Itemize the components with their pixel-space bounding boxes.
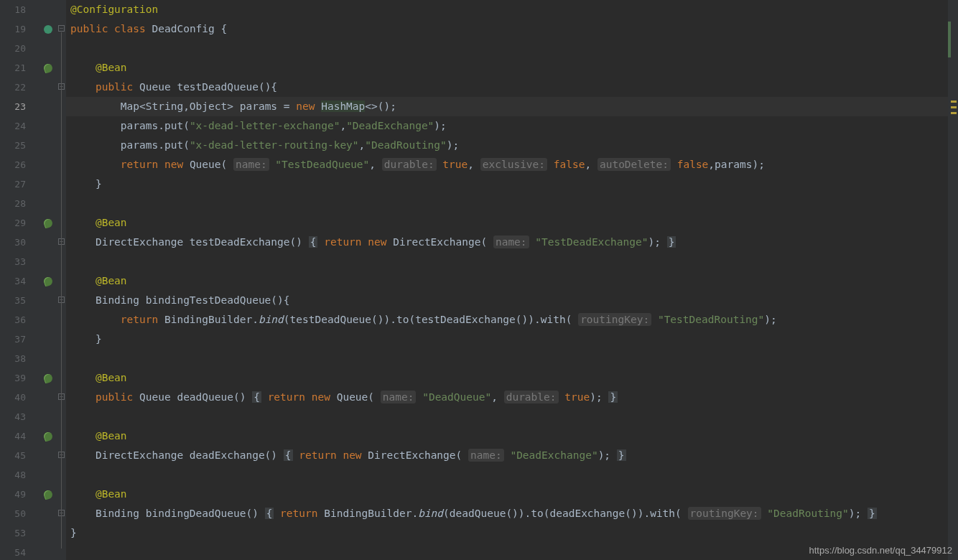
code-line[interactable]: Binding bindingDeadQueue() { return Bind…: [66, 504, 948, 523]
line-number[interactable]: 25: [0, 136, 40, 155]
code-line[interactable]: return BindingBuilder.bind(testDeadQueue…: [66, 310, 948, 330]
line-number[interactable]: 48: [0, 465, 40, 485]
line-number[interactable]: 53: [0, 523, 40, 543]
gutter-icon-empty[interactable]: [40, 0, 56, 19]
line-number[interactable]: 27: [0, 174, 40, 194]
bean-icon[interactable]: [42, 218, 53, 228]
gutter-icon-empty[interactable]: [40, 388, 56, 407]
line-number[interactable]: 49: [0, 485, 40, 504]
line-number[interactable]: 45: [0, 446, 40, 465]
gutter-icon-empty[interactable]: [40, 78, 56, 97]
gutter-bean-icon[interactable]: [40, 368, 56, 388]
line-number[interactable]: 36: [0, 310, 40, 330]
gutter-bean-icon[interactable]: [40, 213, 56, 233]
code-line[interactable]: params.put("x-dead-letter-exchange","Dea…: [66, 116, 948, 136]
code-line[interactable]: Map<String,Object> params = new HashMap<…: [66, 97, 948, 116]
line-number[interactable]: 35: [0, 291, 40, 310]
gutter-icon-empty[interactable]: [40, 252, 56, 271]
line-number[interactable]: 24: [0, 116, 40, 136]
bean-icon[interactable]: [42, 276, 53, 286]
gutter-bean-icon[interactable]: [40, 271, 56, 291]
line-number[interactable]: 26: [0, 155, 40, 174]
code-line[interactable]: [66, 194, 948, 213]
gutter-icon-empty[interactable]: [40, 465, 56, 485]
gutter-bean-icon[interactable]: [40, 426, 56, 446]
gutter-class-icon[interactable]: [40, 19, 56, 39]
line-number[interactable]: 18: [0, 0, 40, 19]
line-number[interactable]: 38: [0, 349, 40, 368]
line-number[interactable]: 34: [0, 271, 40, 291]
line-number[interactable]: 50: [0, 504, 40, 523]
code-line[interactable]: DirectExchange deadExchange() { return n…: [66, 446, 948, 465]
code-line[interactable]: Binding bindingTestDeadQueue(){: [66, 291, 948, 310]
code-line[interactable]: [66, 349, 948, 368]
line-number[interactable]: 54: [0, 543, 40, 560]
code-line[interactable]: params.put("x-dead-letter-routing-key","…: [66, 136, 948, 155]
gutter-icon-empty[interactable]: [40, 504, 56, 523]
gutter-bean-icon[interactable]: [40, 58, 56, 78]
code-line[interactable]: }: [66, 330, 948, 349]
warning-marker[interactable]: [951, 101, 957, 103]
code-line[interactable]: @Bean: [66, 485, 948, 504]
gutter-icon-empty[interactable]: [40, 330, 56, 349]
code-line[interactable]: }: [66, 523, 948, 543]
code-line[interactable]: @Bean: [66, 58, 948, 78]
gutter-icon-empty[interactable]: [40, 446, 56, 465]
gutter-bean-icon[interactable]: [40, 485, 56, 504]
gutter-icon-empty[interactable]: [40, 310, 56, 330]
code-line[interactable]: public Queue deadQueue() { return new Qu…: [66, 388, 948, 407]
line-number[interactable]: 29: [0, 213, 40, 233]
icon-gutter[interactable]: [40, 0, 56, 560]
line-number[interactable]: 21: [0, 58, 40, 78]
code-line[interactable]: [66, 407, 948, 426]
bean-icon[interactable]: [42, 489, 53, 500]
line-number[interactable]: 19: [0, 19, 40, 39]
gutter-icon-empty[interactable]: [40, 349, 56, 368]
line-number[interactable]: 22: [0, 78, 40, 97]
gutter-icon-empty[interactable]: [40, 194, 56, 213]
warning-marker[interactable]: [951, 112, 957, 114]
line-number[interactable]: 20: [0, 39, 40, 58]
code-line[interactable]: @Bean: [66, 368, 948, 388]
line-number[interactable]: 33: [0, 252, 40, 271]
code-line[interactable]: return new Queue( name: "TestDeadQueue",…: [66, 155, 948, 174]
code-line[interactable]: public Queue testDeadQueue(){: [66, 78, 948, 97]
code-line[interactable]: [66, 252, 948, 271]
line-number[interactable]: 37: [0, 330, 40, 349]
code-line[interactable]: @Bean: [66, 213, 948, 233]
code-area[interactable]: @Configurationpublic class DeadConfig { …: [66, 0, 948, 560]
warning-marker[interactable]: [951, 106, 957, 108]
line-number[interactable]: 43: [0, 407, 40, 426]
code-line[interactable]: }: [66, 174, 948, 194]
gutter-icon-empty[interactable]: [40, 543, 56, 560]
gutter-icon-empty[interactable]: [40, 523, 56, 543]
code-line[interactable]: @Bean: [66, 426, 948, 446]
line-number[interactable]: 40: [0, 388, 40, 407]
bean-icon[interactable]: [42, 62, 53, 73]
gutter-icon-empty[interactable]: [40, 39, 56, 58]
code-line[interactable]: @Bean: [66, 271, 948, 291]
gutter-icon-empty[interactable]: [40, 407, 56, 426]
fold-collapse-icon[interactable]: [58, 25, 65, 32]
code-line[interactable]: [66, 465, 948, 485]
fold-gutter[interactable]: [56, 0, 66, 560]
line-number-gutter[interactable]: 1819202122232425262728293033343536373839…: [0, 0, 40, 560]
bean-icon[interactable]: [42, 431, 53, 442]
gutter-icon-empty[interactable]: [40, 116, 56, 136]
bean-icon[interactable]: [42, 373, 53, 383]
line-number[interactable]: 39: [0, 368, 40, 388]
line-number[interactable]: 30: [0, 233, 40, 252]
line-number[interactable]: 28: [0, 194, 40, 213]
class-icon[interactable]: [44, 25, 52, 34]
code-line[interactable]: [66, 39, 948, 58]
gutter-icon-empty[interactable]: [40, 97, 56, 116]
code-line[interactable]: @Configuration: [66, 0, 948, 19]
gutter-icon-empty[interactable]: [40, 291, 56, 310]
gutter-icon-empty[interactable]: [40, 174, 56, 194]
line-number[interactable]: 44: [0, 426, 40, 446]
code-line[interactable]: public class DeadConfig {: [66, 19, 948, 39]
gutter-icon-empty[interactable]: [40, 155, 56, 174]
code-line[interactable]: DirectExchange testDeadExchange() { retu…: [66, 233, 948, 252]
line-number[interactable]: 23: [0, 97, 40, 116]
gutter-icon-empty[interactable]: [40, 136, 56, 155]
